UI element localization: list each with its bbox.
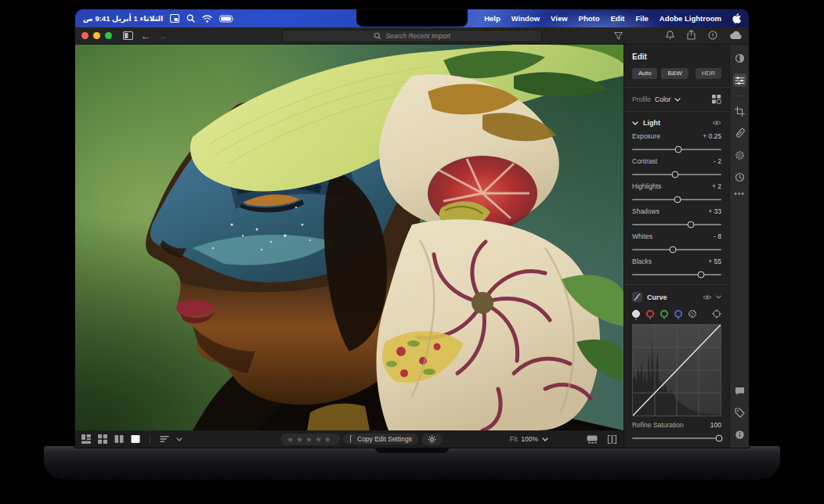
refine-saturation-slider[interactable]: [632, 434, 721, 442]
sort-chevron-icon[interactable]: [176, 435, 183, 443]
hdr-button[interactable]: HDR: [696, 68, 721, 79]
menu-help[interactable]: Help: [484, 14, 501, 23]
healing-tool-icon[interactable]: [733, 127, 746, 140]
versions-history-icon[interactable]: [733, 171, 746, 184]
slider-label: Whites: [632, 232, 652, 240]
sync-status-icon[interactable]: [708, 29, 717, 43]
clock-datetime[interactable]: الثلاثاء 1 أبريل 9:41 ص: [83, 14, 163, 23]
filter-icon[interactable]: [614, 29, 623, 43]
spotlight-search-icon[interactable]: [186, 14, 195, 23]
copy-edit-settings-button[interactable]: Copy Edit Settings: [351, 434, 418, 445]
curve-channel-red[interactable]: [646, 310, 654, 318]
close-window-button[interactable]: [81, 32, 89, 39]
menu-window[interactable]: Window: [511, 14, 540, 23]
notifications-bell-icon[interactable]: [666, 29, 674, 43]
view-mode-group: [81, 434, 183, 444]
back-button[interactable]: ←: [141, 31, 150, 41]
blacks-slider[interactable]: [632, 271, 721, 279]
search-placeholder: Search Recent Import: [385, 32, 450, 40]
auto-button[interactable]: Auto: [632, 68, 657, 79]
light-section-title: Light: [643, 119, 660, 127]
collapse-chevron-icon: [632, 121, 638, 125]
highlights-slider[interactable]: [632, 196, 721, 203]
menu-file[interactable]: File: [635, 14, 648, 23]
detail-view-icon[interactable]: [131, 434, 140, 444]
profile-row[interactable]: Profile Color: [632, 88, 721, 111]
curve-icon: [632, 292, 642, 302]
filmstrip-toggle-icon[interactable]: [587, 435, 598, 444]
curve-collapse-chevron-icon[interactable]: [716, 295, 721, 299]
window-controls: [81, 32, 112, 39]
whites-slider[interactable]: [632, 246, 721, 254]
photo-grid-view-icon[interactable]: [81, 434, 91, 444]
menu-view[interactable]: View: [551, 14, 567, 23]
menu-photo[interactable]: Photo: [579, 14, 600, 23]
square-grid-view-icon[interactable]: [98, 434, 107, 444]
curve-channel-blue[interactable]: [674, 310, 682, 318]
curve-section-header[interactable]: Curve: [632, 285, 721, 308]
refine-saturation-row: Refine Saturation 100: [632, 421, 721, 429]
contrast-slider[interactable]: [632, 171, 721, 178]
input-source-icon[interactable]: [170, 14, 179, 23]
star-rating[interactable]: ★★★★★: [280, 434, 340, 445]
curve-channel-parametric[interactable]: [688, 310, 696, 318]
info-icon[interactable]: [733, 428, 746, 441]
forward-button[interactable]: →: [158, 31, 168, 41]
cloud-icon[interactable]: [730, 29, 743, 43]
zoom-window-button[interactable]: [105, 32, 112, 39]
tone-curve-graph[interactable]: [632, 324, 721, 416]
comments-icon[interactable]: [733, 384, 746, 398]
light-section-header[interactable]: Light: [632, 112, 721, 132]
profile-chevron-icon: [674, 98, 681, 102]
menu-edit[interactable]: Edit: [611, 14, 625, 23]
macos-menubar: الثلاثاء 1 أبريل 9:41 ص Help Window Vie: [75, 9, 749, 27]
apple-logo-icon[interactable]: [732, 13, 741, 23]
slider-value: + 55: [708, 257, 721, 265]
zoom-value: 100%: [521, 435, 538, 443]
slider-shadows: Shadows+ 33: [632, 207, 721, 229]
curve-channel-all[interactable]: [632, 310, 640, 318]
sort-icon[interactable]: [160, 434, 169, 444]
minimize-window-button[interactable]: [93, 32, 100, 39]
search-icon: [374, 32, 381, 40]
curve-channel-green[interactable]: [660, 310, 668, 318]
refine-saturation-value: 100: [710, 421, 721, 429]
share-icon[interactable]: [687, 29, 696, 43]
edit-sliders-tool-icon[interactable]: [733, 74, 746, 87]
rail-divider: [734, 95, 746, 96]
browse-profiles-icon[interactable]: [712, 95, 721, 104]
keywords-tag-icon[interactable]: [733, 406, 746, 419]
menu-app-name[interactable]: Adobe Lightroom: [660, 14, 721, 23]
before-after-icon[interactable]: [607, 435, 617, 444]
portrait-photo: [75, 45, 623, 430]
curve-targeted-adjust-icon[interactable]: [712, 309, 721, 319]
adjust-tool-icon[interactable]: [733, 52, 746, 65]
slider-label: Contrast: [632, 157, 657, 165]
lightroom-titlebar: ← → Search Recent Import: [75, 27, 749, 45]
slider-label: Blacks: [632, 257, 652, 265]
laptop-screen: الثلاثاء 1 أبريل 9:41 ص Help Window Vie: [75, 9, 749, 448]
copy-settings-group: Copy Edit Settings: [351, 434, 443, 445]
search-input[interactable]: Search Recent Import: [282, 30, 542, 42]
compare-view-icon[interactable]: [114, 434, 124, 444]
wifi-icon[interactable]: [202, 15, 212, 23]
crop-tool-icon[interactable]: [733, 105, 746, 118]
lightroom-body: ★★★★★ Copy Edit Settings: [75, 45, 749, 448]
light-visibility-eye-icon[interactable]: [712, 120, 721, 126]
toolbar-right-icons: [587, 435, 617, 444]
curve-visibility-eye-icon[interactable]: [703, 294, 712, 301]
toolbar-divider: [150, 434, 150, 444]
battery-icon[interactable]: [219, 15, 235, 23]
edit-settings-gear-button[interactable]: [421, 434, 443, 445]
zoom-control[interactable]: Fit 100%: [510, 435, 548, 443]
edit-panel: Edit Auto B&W HDR Profile Color: [623, 45, 729, 448]
masking-tool-icon[interactable]: [733, 149, 746, 162]
zoom-chevron-icon: [542, 437, 548, 441]
edit-panel-title: Edit: [632, 52, 721, 61]
shadows-slider[interactable]: [632, 221, 721, 229]
sidebar-toggle-icon[interactable]: [123, 31, 133, 40]
curve-channel-row: [632, 308, 721, 324]
more-tools-icon[interactable]: •••: [734, 193, 745, 196]
bw-button[interactable]: B&W: [661, 68, 688, 79]
exposure-slider[interactable]: [632, 146, 721, 153]
